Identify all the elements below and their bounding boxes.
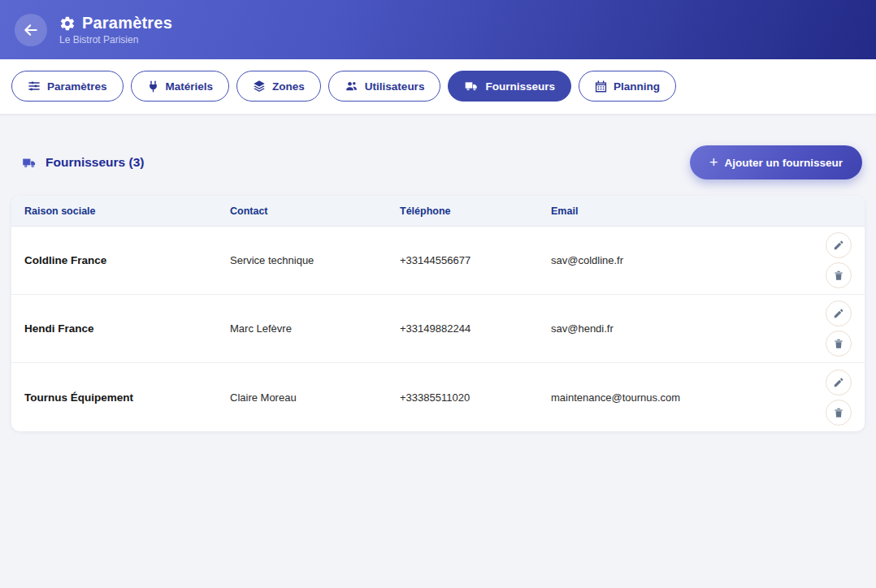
sliders-icon xyxy=(28,80,41,93)
tab-label: Fournisseurs xyxy=(485,80,555,93)
gear-icon xyxy=(59,15,76,32)
trash-icon xyxy=(833,407,844,418)
tab-label: Matériels xyxy=(166,80,214,93)
tab-planning[interactable]: Planning xyxy=(579,71,676,102)
supplier-name: Hendi France xyxy=(24,322,230,335)
section-title: Fournisseurs (3) xyxy=(21,155,144,170)
truck-icon xyxy=(21,156,37,170)
supplier-email: maintenance@tournus.com xyxy=(551,391,782,404)
tab-bar: Paramètres Matériels Zones xyxy=(0,59,876,115)
pencil-icon xyxy=(833,377,844,388)
edit-button[interactable] xyxy=(826,232,852,258)
supplier-email: sav@coldline.fr xyxy=(551,254,782,266)
edit-button[interactable] xyxy=(826,370,852,396)
supplier-phone: +33144556677 xyxy=(400,254,551,266)
pencil-icon xyxy=(833,240,844,251)
supplier-name: Tournus Équipement xyxy=(24,391,230,404)
pencil-icon xyxy=(833,308,844,319)
section-title-text: Fournisseurs (3) xyxy=(46,155,144,170)
column-header-telephone: Téléphone xyxy=(400,205,551,217)
tab-label: Zones xyxy=(272,80,305,93)
column-header-raison-sociale: Raison sociale xyxy=(24,205,230,217)
arrow-left-icon xyxy=(23,22,39,38)
table-row: Coldline France Service technique +33144… xyxy=(11,227,865,295)
row-actions xyxy=(782,232,852,288)
page-title: Paramètres xyxy=(82,14,172,32)
supplier-phone: +33149882244 xyxy=(400,322,551,335)
add-supplier-label: Ajouter un fournisseur xyxy=(724,157,843,169)
edit-button[interactable] xyxy=(826,300,852,326)
trash-icon xyxy=(833,338,844,349)
supplier-contact: Marc Lefèvre xyxy=(230,322,400,335)
delete-button[interactable] xyxy=(826,331,852,357)
supplier-name: Coldline France xyxy=(24,254,230,266)
trash-icon xyxy=(833,270,844,281)
suppliers-table-card: Raison sociale Contact Téléphone Email C… xyxy=(11,196,865,431)
back-button[interactable] xyxy=(15,14,47,46)
tab-fournisseurs[interactable]: Fournisseurs xyxy=(448,71,571,102)
plug-icon xyxy=(147,80,159,93)
users-icon xyxy=(345,80,358,93)
table-row: Tournus Équipement Claire Moreau +333855… xyxy=(11,363,865,431)
table-header-row: Raison sociale Contact Téléphone Email xyxy=(11,196,865,227)
layers-icon xyxy=(253,80,266,93)
supplier-contact: Claire Moreau xyxy=(230,391,400,404)
tab-label: Utilisateurs xyxy=(365,80,425,93)
row-actions xyxy=(782,300,852,357)
app-header: Paramètres Le Bistrot Parisien xyxy=(0,0,876,59)
section-header: Fournisseurs (3) + Ajouter un fournisseu… xyxy=(21,145,865,179)
tab-zones[interactable]: Zones xyxy=(236,71,321,102)
calendar-icon xyxy=(595,80,607,93)
tab-label: Planning xyxy=(614,80,660,93)
row-actions xyxy=(782,370,852,426)
delete-button[interactable] xyxy=(826,400,852,426)
truck-icon xyxy=(464,80,479,93)
tab-utilisateurs[interactable]: Utilisateurs xyxy=(328,71,441,102)
column-header-contact: Contact xyxy=(230,205,400,217)
supplier-contact: Service technique xyxy=(230,254,400,266)
column-header-email: Email xyxy=(551,205,782,217)
tab-materiels[interactable]: Matériels xyxy=(131,71,230,102)
table-row: Hendi France Marc Lefèvre +33149882244 s… xyxy=(11,295,865,363)
add-supplier-button[interactable]: + Ajouter un fournisseur xyxy=(690,145,862,179)
tab-parametres[interactable]: Paramètres xyxy=(11,71,124,102)
delete-button[interactable] xyxy=(826,262,852,288)
supplier-phone: +33385511020 xyxy=(400,391,551,404)
tab-label: Paramètres xyxy=(47,80,107,93)
supplier-email: sav@hendi.fr xyxy=(551,322,782,335)
header-text: Paramètres Le Bistrot Parisien xyxy=(59,14,172,45)
plus-icon: + xyxy=(709,155,718,170)
main-content: Fournisseurs (3) + Ajouter un fournisseu… xyxy=(0,115,876,431)
page-subtitle: Le Bistrot Parisien xyxy=(59,34,172,45)
